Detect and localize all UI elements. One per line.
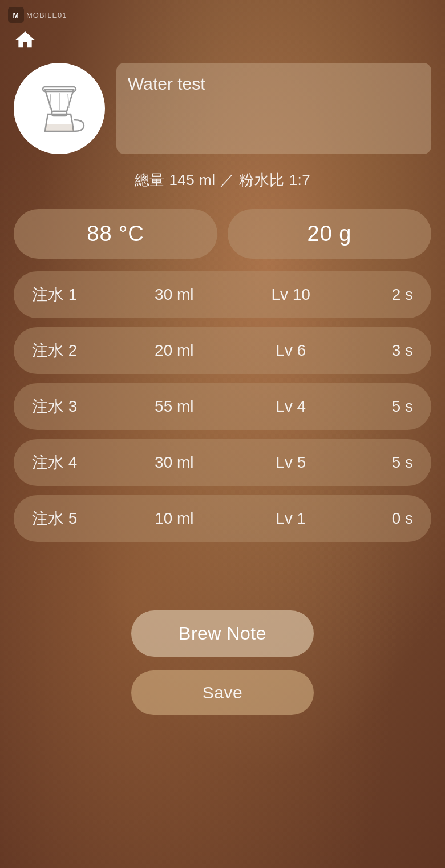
- pour-list: 注水 130 mlLv 102 s注水 220 mlLv 63 s注水 355 …: [14, 271, 431, 542]
- pour-sec-5: 0 s: [379, 509, 413, 528]
- main-content: Water test 總量 145 ml ／ 粉水比 1:7 88 °C 20 …: [0, 0, 445, 749]
- temperature-value: 88 °C: [87, 222, 144, 246]
- pour-label-2: 注水 2: [32, 340, 83, 361]
- pour-row-1[interactable]: 注水 130 mlLv 102 s: [14, 271, 431, 318]
- weight-chip[interactable]: 20 g: [228, 209, 431, 259]
- total-label: 總量: [135, 171, 165, 188]
- stats-divider: [14, 196, 431, 196]
- pour-ml-3: 55 ml: [145, 397, 203, 416]
- home-button[interactable]: [14, 29, 37, 54]
- coffee-dripper-icon: [28, 77, 91, 140]
- coffee-icon-circle: [14, 63, 105, 154]
- pour-sec-2: 3 s: [379, 341, 413, 360]
- watermark: M MOBILE01: [8, 7, 67, 23]
- pour-sec-1: 2 s: [379, 286, 413, 304]
- pour-ml-2: 20 ml: [145, 341, 203, 360]
- params-row: 88 °C 20 g: [14, 209, 431, 259]
- pour-lv-3: Lv 4: [265, 397, 317, 416]
- ratio-label: 粉水比: [239, 171, 285, 188]
- home-icon: [14, 29, 37, 51]
- temperature-chip[interactable]: 88 °C: [14, 209, 217, 259]
- pour-ml-1: 30 ml: [145, 286, 203, 304]
- pour-label-3: 注水 3: [32, 396, 83, 417]
- pour-label-4: 注水 4: [32, 452, 83, 473]
- pour-sec-4: 5 s: [379, 453, 413, 472]
- total-value: 145 ml: [169, 171, 215, 188]
- pour-row-4[interactable]: 注水 430 mlLv 55 s: [14, 439, 431, 486]
- watermark-text: MOBILE01: [26, 11, 67, 19]
- pour-lv-5: Lv 1: [265, 509, 317, 528]
- pour-sec-3: 5 s: [379, 397, 413, 416]
- svg-text:M: M: [13, 11, 19, 19]
- header-row: Water test: [14, 63, 431, 154]
- pour-lv-2: Lv 6: [265, 341, 317, 360]
- pour-row-5[interactable]: 注水 510 mlLv 10 s: [14, 495, 431, 542]
- pour-ml-4: 30 ml: [145, 453, 203, 472]
- pour-label-5: 注水 5: [32, 508, 83, 529]
- watermark-logo-icon: M: [8, 7, 24, 23]
- pour-row-3[interactable]: 注水 355 mlLv 45 s: [14, 383, 431, 430]
- bottom-area: Brew Note Save: [14, 565, 431, 749]
- save-button[interactable]: Save: [131, 670, 314, 715]
- pour-lv-1: Lv 10: [265, 286, 317, 304]
- pour-lv-4: Lv 5: [265, 453, 317, 472]
- pour-ml-5: 10 ml: [145, 509, 203, 528]
- pour-row-2[interactable]: 注水 220 mlLv 63 s: [14, 327, 431, 374]
- ratio-value: 1:7: [289, 171, 311, 188]
- recipe-name-box: Water test: [116, 63, 431, 154]
- weight-value: 20 g: [308, 222, 352, 246]
- stats-row: 總量 145 ml ／ 粉水比 1:7: [14, 170, 431, 190]
- pour-label-1: 注水 1: [32, 284, 83, 306]
- brew-note-button[interactable]: Brew Note: [131, 610, 314, 657]
- recipe-name: Water test: [128, 74, 205, 94]
